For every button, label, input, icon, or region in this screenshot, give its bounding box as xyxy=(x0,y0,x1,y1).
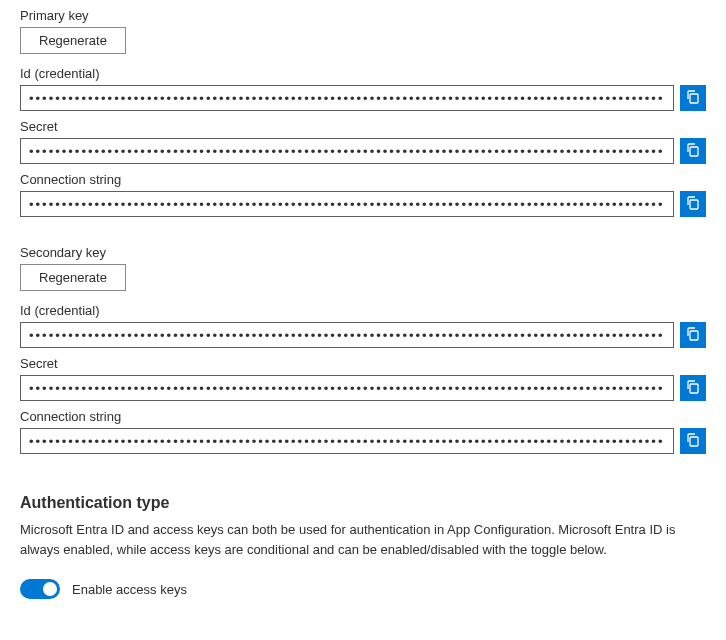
toggle-knob xyxy=(43,582,57,596)
authentication-type-section: Authentication type Microsoft Entra ID a… xyxy=(20,494,706,599)
secondary-key-label: Secondary key xyxy=(20,245,706,260)
svg-rect-0 xyxy=(690,94,698,103)
svg-rect-3 xyxy=(690,331,698,340)
secondary-secret-label: Secret xyxy=(20,356,706,371)
authentication-type-heading: Authentication type xyxy=(20,494,706,512)
secondary-connection-string-copy-button[interactable] xyxy=(680,428,706,454)
primary-secret-label: Secret xyxy=(20,119,706,134)
primary-id-input[interactable] xyxy=(20,85,674,111)
primary-key-section: Primary key Regenerate Id (credential) S… xyxy=(20,8,706,217)
enable-access-keys-toggle[interactable] xyxy=(20,579,60,599)
secondary-connection-string-input[interactable] xyxy=(20,428,674,454)
primary-id-row xyxy=(20,85,706,111)
primary-secret-row xyxy=(20,138,706,164)
copy-icon xyxy=(685,379,701,398)
secondary-secret-copy-button[interactable] xyxy=(680,375,706,401)
copy-icon xyxy=(685,89,701,108)
copy-icon xyxy=(685,142,701,161)
primary-connection-string-row xyxy=(20,191,706,217)
primary-secret-copy-button[interactable] xyxy=(680,138,706,164)
primary-secret-input[interactable] xyxy=(20,138,674,164)
svg-rect-1 xyxy=(690,147,698,156)
copy-icon xyxy=(685,195,701,214)
secondary-id-row xyxy=(20,322,706,348)
secondary-secret-row xyxy=(20,375,706,401)
primary-connection-string-label: Connection string xyxy=(20,172,706,187)
primary-id-label: Id (credential) xyxy=(20,66,706,81)
primary-connection-string-input[interactable] xyxy=(20,191,674,217)
secondary-id-copy-button[interactable] xyxy=(680,322,706,348)
secondary-secret-input[interactable] xyxy=(20,375,674,401)
secondary-regenerate-button[interactable]: Regenerate xyxy=(20,264,126,291)
secondary-id-label: Id (credential) xyxy=(20,303,706,318)
secondary-id-input[interactable] xyxy=(20,322,674,348)
svg-rect-5 xyxy=(690,437,698,446)
enable-access-keys-row: Enable access keys xyxy=(20,579,706,599)
authentication-type-description: Microsoft Entra ID and access keys can b… xyxy=(20,520,706,559)
secondary-key-section: Secondary key Regenerate Id (credential)… xyxy=(20,245,706,454)
svg-rect-2 xyxy=(690,200,698,209)
primary-id-copy-button[interactable] xyxy=(680,85,706,111)
primary-regenerate-button[interactable]: Regenerate xyxy=(20,27,126,54)
primary-key-label: Primary key xyxy=(20,8,706,23)
secondary-connection-string-label: Connection string xyxy=(20,409,706,424)
copy-icon xyxy=(685,326,701,345)
copy-icon xyxy=(685,432,701,451)
enable-access-keys-label: Enable access keys xyxy=(72,582,187,597)
secondary-connection-string-row xyxy=(20,428,706,454)
svg-rect-4 xyxy=(690,384,698,393)
primary-connection-string-copy-button[interactable] xyxy=(680,191,706,217)
